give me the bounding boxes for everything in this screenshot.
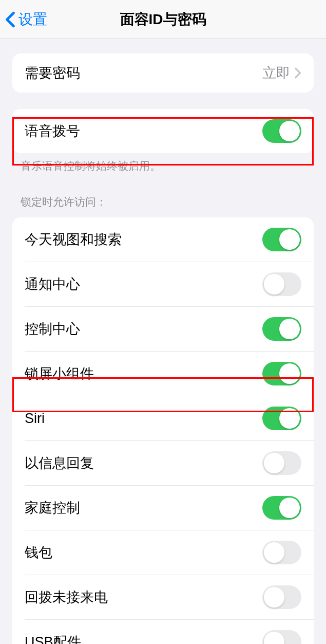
notification-center-label: 通知中心	[25, 275, 80, 293]
usb-accessories-toggle[interactable]	[262, 630, 301, 644]
return-missed-calls-row: 回拨未接来电	[25, 575, 314, 619]
header: 设置 面容ID与密码	[0, 0, 326, 39]
control-center-toggle[interactable]	[262, 317, 301, 341]
back-button[interactable]: 设置	[0, 10, 47, 29]
siri-label: Siri	[25, 411, 45, 427]
today-view-row: 今天视图和搜索	[12, 217, 314, 262]
return-missed-calls-label: 回拨未接来电	[25, 588, 108, 606]
toggle-knob	[279, 319, 300, 339]
chevron-left-icon	[5, 11, 15, 28]
notification-center-toggle[interactable]	[262, 272, 301, 296]
voice-dial-footer: 音乐语音控制将始终被启用。	[0, 153, 326, 173]
today-view-label: 今天视图和搜索	[25, 230, 122, 249]
toggle-knob	[279, 408, 300, 429]
require-passcode-value-text: 立即	[262, 64, 290, 82]
voice-dial-label: 语音拨号	[25, 122, 80, 140]
today-view-toggle[interactable]	[262, 228, 301, 251]
reply-with-message-toggle[interactable]	[262, 451, 301, 475]
toggle-knob	[279, 121, 300, 141]
voice-dial-row: 语音拨号	[12, 109, 314, 153]
toggle-knob	[264, 453, 284, 473]
require-passcode-label: 需要密码	[25, 64, 80, 82]
usb-accessories-label: USB配件	[25, 633, 81, 644]
voice-dial-group: 语音拨号	[12, 109, 314, 153]
toggle-knob	[264, 632, 284, 644]
lock-screen-widgets-toggle[interactable]	[262, 362, 301, 385]
control-center-row: 控制中心	[25, 306, 314, 351]
require-passcode-value: 立即	[262, 64, 301, 82]
voice-dial-toggle[interactable]	[262, 119, 301, 143]
wallet-toggle[interactable]	[262, 541, 301, 564]
toggle-knob	[279, 363, 300, 384]
lock-screen-widgets-label: 锁屏小组件	[25, 364, 94, 383]
toggle-knob	[264, 274, 284, 295]
require-passcode-group: 需要密码 立即	[12, 53, 314, 93]
home-control-row: 家庭控制	[25, 485, 314, 530]
home-control-toggle[interactable]	[262, 496, 301, 520]
return-missed-calls-toggle[interactable]	[262, 585, 301, 609]
siri-row: Siri	[25, 396, 314, 440]
control-center-label: 控制中心	[25, 320, 80, 338]
toggle-knob	[279, 229, 300, 250]
reply-with-message-row: 以信息回复	[25, 440, 314, 485]
back-label: 设置	[18, 10, 47, 29]
home-control-label: 家庭控制	[25, 499, 80, 517]
toggle-knob	[279, 498, 300, 518]
lock-screen-widgets-row: 锁屏小组件	[25, 351, 314, 396]
usb-accessories-row: USB配件	[25, 619, 314, 644]
require-passcode-row[interactable]: 需要密码 立即	[12, 53, 314, 93]
wallet-label: 钱包	[25, 543, 52, 562]
chevron-right-icon	[294, 67, 301, 79]
siri-toggle[interactable]	[262, 407, 301, 430]
notification-center-row: 通知中心	[25, 262, 314, 306]
wallet-row: 钱包	[25, 530, 314, 575]
reply-with-message-label: 以信息回复	[25, 454, 94, 472]
access-section-header: 锁定时允许访问：	[0, 173, 326, 213]
toggle-knob	[264, 542, 284, 563]
access-group: 今天视图和搜索 通知中心 控制中心 锁屏小组件 Siri 以信息回复 家庭控制	[12, 217, 314, 644]
toggle-knob	[264, 587, 284, 608]
page-title: 面容ID与密码	[0, 10, 326, 29]
